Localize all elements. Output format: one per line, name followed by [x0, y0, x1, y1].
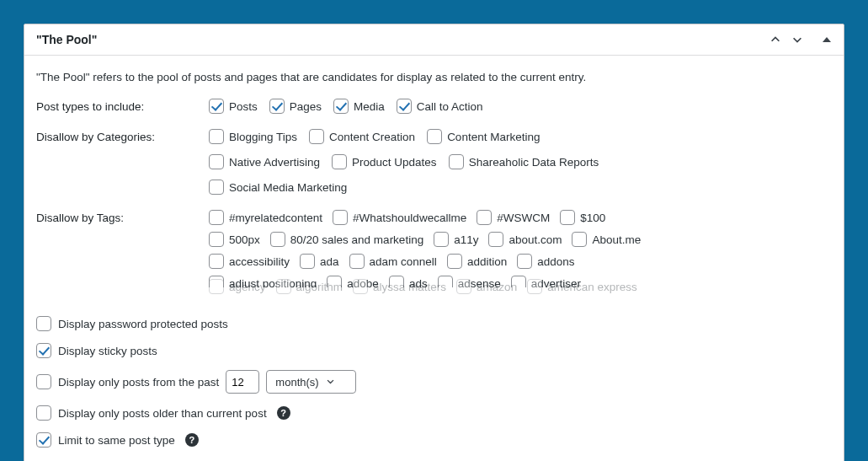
checkbox-label: Content Creation: [329, 131, 415, 143]
checkbox-posts[interactable]: Posts: [209, 99, 258, 114]
checkbox-call-to-action[interactable]: Call to Action: [397, 99, 483, 114]
past-unit-select[interactable]: month(s): [266, 370, 355, 394]
tags-scroll[interactable]: #myrelatedcontent #Whatshouldwecallme #W…: [209, 210, 832, 287]
checkbox-tag[interactable]: about.com: [488, 232, 562, 247]
checkbox-input[interactable]: [270, 232, 285, 247]
collapse-icon[interactable]: [822, 35, 832, 45]
categories-row: Disallow by Categories: Blogging Tips Co…: [36, 129, 832, 195]
checkbox-tag[interactable]: algorithm: [276, 279, 343, 294]
checkbox-tag[interactable]: 80/20 sales and marketing: [270, 232, 423, 247]
checkbox-input[interactable]: [527, 279, 542, 294]
chevron-up-icon[interactable]: [769, 34, 781, 46]
checkbox-tag[interactable]: #WSWCM: [477, 210, 550, 225]
checkbox-input[interactable]: [447, 254, 462, 269]
checkbox-product-updates[interactable]: Product Updates: [332, 154, 437, 169]
checkbox-tag[interactable]: #Whatshouldwecallme: [333, 210, 466, 225]
checkbox-input[interactable]: [209, 180, 224, 195]
checkbox-tag[interactable]: $100: [560, 210, 605, 225]
post-types-label: Post types to include:: [36, 99, 209, 113]
checkbox-input[interactable]: [488, 232, 503, 247]
checkbox-content-marketing[interactable]: Content Marketing: [427, 129, 540, 144]
checkbox-label: #myrelatedcontent: [229, 212, 322, 224]
checkbox-tag[interactable]: amazon: [456, 279, 517, 294]
option-label: Display only posts older than current po…: [58, 407, 267, 420]
checkbox-media[interactable]: Media: [333, 99, 385, 114]
checkbox-input[interactable]: [209, 279, 224, 294]
checkbox-past[interactable]: [36, 374, 51, 389]
checkbox-label: Native Advertising: [229, 156, 320, 169]
checkbox-tag[interactable]: accessibility: [209, 254, 290, 269]
checkbox-input[interactable]: [456, 279, 471, 294]
checkbox-tag[interactable]: ada: [300, 254, 339, 269]
panel-title: "The Pool": [36, 33, 97, 46]
sticky-row: Display sticky posts: [36, 343, 832, 358]
checkbox-content-creation[interactable]: Content Creation: [309, 129, 415, 144]
chevron-down-icon[interactable]: [791, 34, 803, 46]
panel-controls: [769, 34, 832, 46]
checkbox-label: Media: [354, 100, 385, 113]
checkbox-input[interactable]: [560, 210, 575, 225]
checkbox-input[interactable]: [333, 210, 348, 225]
checkbox-input[interactable]: [572, 232, 587, 247]
checkbox-tag[interactable]: 500px: [209, 232, 260, 247]
past-value-input[interactable]: [226, 370, 259, 394]
help-icon[interactable]: ?: [277, 406, 290, 420]
checkbox-tag[interactable]: alyssa matters: [353, 279, 446, 294]
help-icon[interactable]: ?: [185, 433, 199, 447]
checkbox-shareaholic-data-reports[interactable]: Shareaholic Data Reports: [449, 154, 599, 169]
checkbox-input[interactable]: [332, 154, 347, 169]
checkbox-label: Posts: [229, 100, 258, 113]
checkbox-tag[interactable]: agency: [209, 279, 266, 294]
checkbox-native-advertising[interactable]: Native Advertising: [209, 154, 320, 169]
checkbox-tag[interactable]: american express: [527, 279, 637, 294]
option-label: Display sticky posts: [58, 345, 157, 357]
checkbox-input[interactable]: [477, 210, 492, 225]
checkbox-tag[interactable]: #myrelatedcontent: [209, 210, 322, 225]
checkbox-limit-same[interactable]: [36, 432, 51, 448]
checkbox-tag[interactable]: About.me: [572, 232, 641, 247]
checkbox-input[interactable]: [517, 254, 532, 269]
checkbox-input[interactable]: [449, 154, 464, 169]
checkbox-blogging-tips[interactable]: Blogging Tips: [209, 129, 297, 144]
checkbox-label: Call to Action: [417, 100, 483, 113]
checkbox-sticky[interactable]: [36, 343, 51, 358]
checkbox-label: accessibility: [229, 255, 290, 268]
checkbox-older-than[interactable]: [36, 405, 51, 421]
checkbox-tag[interactable]: a11y: [434, 232, 478, 247]
checkbox-input[interactable]: [209, 232, 224, 247]
checkbox-input[interactable]: [209, 210, 224, 225]
checkbox-input[interactable]: [427, 129, 442, 144]
checkbox-input[interactable]: [209, 254, 224, 269]
checkbox-label: Product Updates: [352, 156, 437, 169]
checkbox-input[interactable]: [434, 232, 449, 247]
checkbox-label: #Whatshouldwecallme: [353, 212, 466, 224]
checkbox-label: alyssa matters: [373, 281, 446, 293]
checkbox-label: addons: [537, 255, 574, 268]
checkbox-input[interactable]: [333, 99, 349, 114]
checkbox-tag[interactable]: adam connell: [349, 254, 437, 269]
checkbox-pages[interactable]: Pages: [269, 99, 322, 114]
tags-overflow-row: agency algorithm alyssa matters amazon a…: [209, 279, 832, 294]
checkbox-tag[interactable]: addons: [517, 254, 574, 269]
checkbox-input[interactable]: [269, 99, 285, 114]
checkbox-social-media-marketing[interactable]: Social Media Marketing: [209, 180, 347, 195]
chevron-down-icon: [326, 376, 335, 389]
the-pool-panel: "The Pool" "The Pool" refers to the pool…: [24, 24, 844, 461]
past-row: Display only posts from the past month(s…: [36, 370, 832, 394]
checkbox-input[interactable]: [209, 99, 224, 114]
checkbox-input[interactable]: [309, 129, 324, 144]
checkbox-input[interactable]: [276, 279, 291, 294]
checkbox-input[interactable]: [209, 154, 224, 169]
tags-label: Disallow by Tags:: [36, 210, 209, 224]
checkbox-label: Content Marketing: [447, 131, 540, 143]
checkbox-input[interactable]: [300, 254, 315, 269]
checkbox-input[interactable]: [349, 254, 365, 269]
checkbox-tag[interactable]: addition: [447, 254, 507, 269]
checkbox-label: addition: [467, 255, 507, 268]
option-label: Display password protected posts: [58, 318, 228, 330]
panel-description: "The Pool" refers to the pool of posts a…: [36, 71, 832, 83]
checkbox-password-protected[interactable]: [36, 316, 51, 331]
checkbox-input[interactable]: [209, 129, 224, 144]
checkbox-input[interactable]: [353, 279, 368, 294]
checkbox-input[interactable]: [397, 99, 412, 114]
